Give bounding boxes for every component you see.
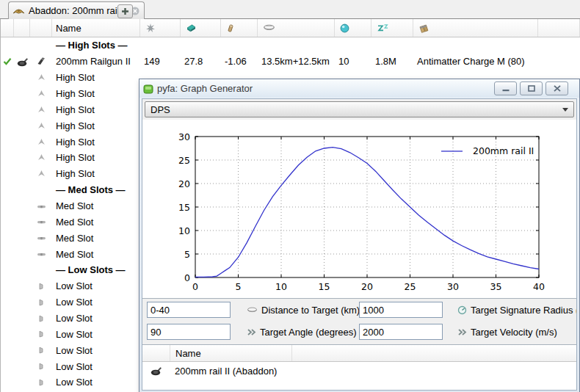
slot-label: High Slot bbox=[52, 152, 140, 163]
svg-text:15: 15 bbox=[319, 281, 330, 292]
module-stat: 10 bbox=[335, 56, 371, 67]
slot-label: Low Slot bbox=[52, 361, 140, 372]
cpu-icon bbox=[145, 23, 156, 33]
target-angle-input[interactable] bbox=[147, 324, 231, 340]
capacitor-icon bbox=[226, 23, 235, 33]
med-slot-icon bbox=[37, 251, 46, 257]
low-slot-icon bbox=[38, 299, 44, 306]
high-slot-icon bbox=[37, 90, 46, 98]
slot-label: Low Slot bbox=[52, 280, 140, 291]
slot-label: Low Slot bbox=[52, 345, 140, 356]
target-angle-label: Target Angle (degrees) bbox=[231, 327, 359, 338]
module-name: 200mm Railgun II bbox=[52, 56, 140, 67]
dps-chart: 0510152025303540051015202530200mm rail I… bbox=[142, 120, 576, 298]
minimize-button[interactable] bbox=[494, 81, 517, 95]
range-icon bbox=[263, 23, 275, 32]
high-slot-icon bbox=[37, 138, 46, 146]
svg-text:10: 10 bbox=[275, 281, 287, 292]
fit-item-label: 200mm rail II (Abaddon) bbox=[170, 366, 277, 377]
maximize-button[interactable] bbox=[520, 81, 543, 95]
cpu-column-header[interactable] bbox=[140, 19, 181, 37]
slot-label: High Slot bbox=[52, 137, 140, 148]
graph-type-dropdown[interactable]: DPS bbox=[145, 101, 574, 117]
dialog-content: DPS 0510152025303540051015202530200mm ra… bbox=[142, 98, 577, 391]
fits-name-column-header[interactable]: Name bbox=[170, 345, 292, 361]
tab-title: Abaddon: 200mm rail II bbox=[29, 5, 127, 16]
section-label: — High Slots — bbox=[52, 40, 140, 51]
graph-inputs: Distance to Target (km) Target Signature… bbox=[142, 298, 576, 345]
slot-label: Low Slot bbox=[52, 297, 140, 308]
window-buttons bbox=[494, 81, 568, 95]
slot-label: Low Slot bbox=[52, 377, 140, 388]
low-slot-icon bbox=[38, 315, 44, 322]
graph-generator-window: pyfa: Graph Generator DPS 05101520253035… bbox=[139, 79, 580, 392]
low-slot-icon bbox=[38, 363, 44, 370]
low-slot-icon bbox=[38, 379, 44, 386]
slot-label: Med Slot bbox=[52, 233, 140, 244]
svg-text:20: 20 bbox=[361, 281, 373, 292]
slot-label: High Slot bbox=[52, 104, 140, 115]
distance-range-input[interactable] bbox=[147, 302, 231, 318]
distance-label: Distance to Target (km) bbox=[231, 305, 359, 316]
module-row[interactable]: 200mm Railgun II14927.8-1.0613.5km+12.5k… bbox=[1, 54, 580, 70]
med-slot-icon bbox=[37, 235, 46, 241]
high-slot-icon bbox=[37, 106, 46, 114]
charges-icon bbox=[418, 23, 430, 33]
svg-text:0: 0 bbox=[184, 272, 190, 283]
fit-item[interactable]: 200mm rail II (Abaddon) bbox=[142, 362, 576, 380]
powergrid-column-header[interactable] bbox=[181, 19, 221, 37]
tracking-icon bbox=[340, 23, 349, 33]
range-column-header[interactable] bbox=[258, 19, 335, 37]
svg-text:15: 15 bbox=[178, 202, 190, 213]
maximize-icon bbox=[528, 85, 535, 92]
capacitor-column-header[interactable] bbox=[221, 19, 258, 37]
chart-canvas: 0510152025303540051015202530200mm rail I… bbox=[142, 120, 577, 298]
price-column-header[interactable] bbox=[371, 19, 413, 37]
charges-column-header[interactable] bbox=[413, 19, 538, 37]
ship-icon bbox=[12, 6, 25, 15]
module-stat: -1.06 bbox=[221, 56, 258, 67]
close-icon bbox=[554, 85, 561, 92]
pyfa-icon bbox=[143, 84, 153, 94]
screenshot-root: { "tab_bar": { "active_tab": { "title": … bbox=[0, 0, 580, 392]
module-stat: 13.5km+12.5km bbox=[258, 56, 335, 67]
dialog-titlebar[interactable]: pyfa: Graph Generator bbox=[139, 79, 579, 98]
new-tab-button[interactable] bbox=[117, 4, 133, 18]
section-header-row[interactable]: — High Slots — bbox=[1, 37, 580, 54]
powergrid-icon bbox=[186, 23, 197, 33]
low-slot-icon bbox=[38, 346, 44, 354]
svg-text:5: 5 bbox=[236, 281, 242, 292]
slot-label: High Slot bbox=[52, 120, 140, 131]
module-stat: Antimatter Charge M (80) bbox=[413, 56, 538, 67]
module-stat: 1.8M bbox=[371, 56, 413, 67]
low-slot-icon bbox=[38, 283, 44, 290]
tracking-column-header[interactable] bbox=[335, 19, 371, 37]
svg-text:0: 0 bbox=[192, 281, 198, 292]
svg-text:30: 30 bbox=[447, 281, 459, 292]
svg-text:40: 40 bbox=[533, 281, 545, 292]
angle-icon bbox=[247, 328, 256, 336]
target-velocity-input[interactable] bbox=[359, 324, 443, 340]
section-label: — Med Slots — bbox=[52, 184, 140, 195]
close-button[interactable] bbox=[545, 81, 568, 95]
velocity-icon bbox=[457, 328, 467, 336]
turret-icon bbox=[150, 366, 162, 376]
high-slot-icon bbox=[37, 153, 46, 161]
slot-label: Med Slot bbox=[52, 217, 140, 228]
minimize-icon bbox=[502, 85, 510, 92]
slot-label: Med Slot bbox=[52, 200, 140, 211]
fits-list-header: Name bbox=[142, 345, 576, 362]
svg-text:10: 10 bbox=[178, 225, 190, 236]
signature-radius-input[interactable] bbox=[359, 302, 443, 318]
slot-label: High Slot bbox=[52, 88, 140, 99]
med-slot-icon bbox=[37, 203, 46, 209]
distance-icon bbox=[247, 306, 258, 314]
name-column-header[interactable]: Name bbox=[52, 19, 140, 37]
section-label: — Low Slots — bbox=[52, 264, 140, 275]
svg-text:20: 20 bbox=[178, 178, 190, 189]
graph-type-value: DPS bbox=[151, 104, 170, 115]
svg-text:25: 25 bbox=[405, 281, 416, 292]
dialog-title: pyfa: Graph Generator bbox=[157, 83, 253, 94]
slot-label: High Slot bbox=[52, 168, 140, 179]
med-slot-icon bbox=[37, 219, 46, 225]
